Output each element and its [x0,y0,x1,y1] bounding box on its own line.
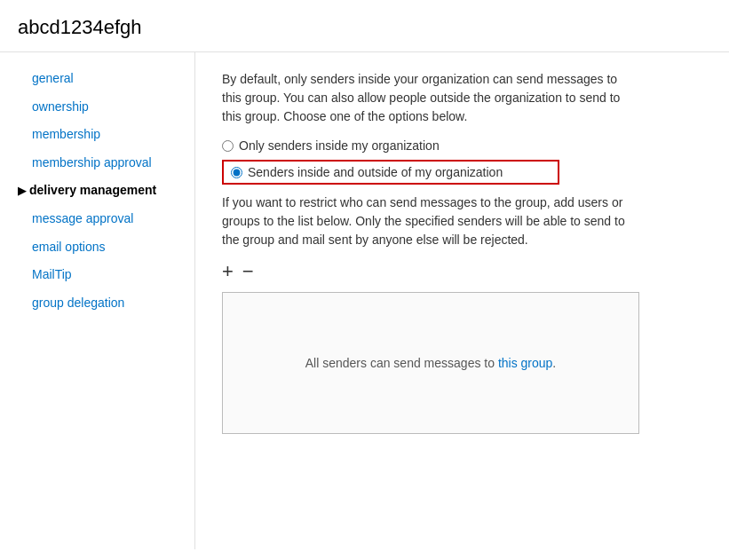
sidebar-item-label-ownership: ownership [32,99,89,116]
sidebar-item-label-email-options: email options [32,239,106,256]
sidebar-item-label-message-approval: message approval [32,210,133,228]
sidebar-item-ownership[interactable]: ownership [0,93,194,122]
sidebar-item-group-delegation[interactable]: group delegation [0,289,194,318]
page-title: abcd1234efgh [0,0,729,52]
radio-inside-only-label: Only senders inside my organization [239,138,440,153]
sidebar-item-label-general: general [32,70,74,88]
sidebar-item-mailtip[interactable]: MailTip [0,261,194,289]
radio-group: Only senders inside my organization Send… [222,138,702,185]
description-text: By default, only senders inside your org… [222,70,639,126]
sidebar-item-label-membership-approval: membership approval [32,154,152,172]
radio-inside-only[interactable]: Only senders inside my organization [222,138,702,153]
remove-sender-button[interactable]: − [242,262,254,281]
sidebar-item-label-mailtip: MailTip [32,266,72,284]
sidebar-item-membership-approval[interactable]: membership approval [0,149,194,177]
radio-inside-only-input[interactable] [222,140,234,152]
senders-box: All senders can send messages to this gr… [222,292,639,434]
sidebar-item-message-approval[interactable]: message approval [0,205,194,233]
main-content: By default, only senders inside your org… [195,52,729,549]
sidebar-item-delivery-management[interactable]: ▶ delivery management [0,177,194,205]
sidebar-arrow-icon: ▶ [18,184,26,199]
radio-inside-outside-label: Senders inside and outside of my organiz… [248,165,503,179]
restrict-text: If you want to restrict who can send mes… [222,193,639,249]
senders-box-text: All senders can send messages to this gr… [305,356,557,370]
radio-inside-outside[interactable]: Senders inside and outside of my organiz… [222,160,559,185]
group-link[interactable]: this group [498,356,552,370]
add-sender-button[interactable]: + [222,262,234,281]
sidebar-item-membership[interactable]: membership [0,121,194,149]
radio-inside-outside-input[interactable] [231,167,242,178]
sidebar-item-general[interactable]: general [0,65,194,93]
sidebar-item-label-membership: membership [32,126,100,144]
sidebar-item-label-delivery-management: delivery management [29,182,156,200]
sidebar: generalownershipmembershipmembership app… [0,52,195,549]
action-buttons: + − [222,262,702,281]
sidebar-item-email-options[interactable]: email options [0,233,194,262]
sidebar-item-label-group-delegation: group delegation [32,295,124,312]
